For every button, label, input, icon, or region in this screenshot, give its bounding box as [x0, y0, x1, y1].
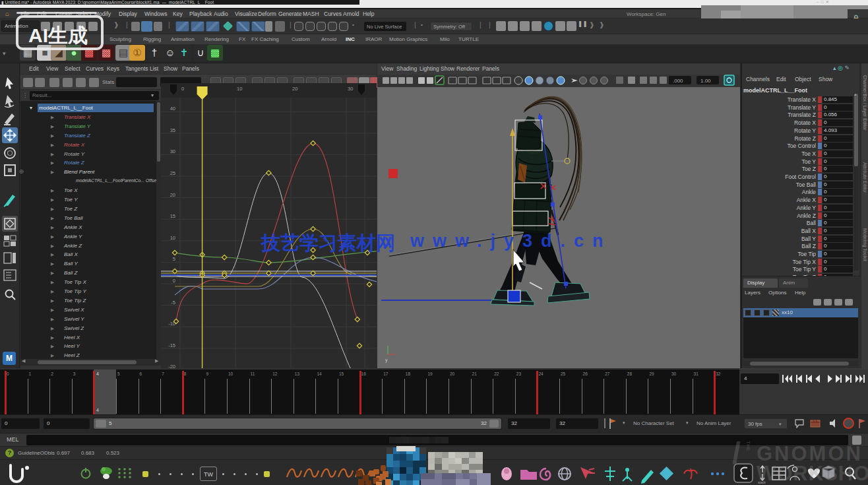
svg-text:25: 25: [170, 170, 175, 176]
svg-text:Shading: Shading: [396, 65, 417, 72]
svg-text:1.00: 1.00: [700, 78, 711, 84]
svg-text:5: 5: [173, 256, 175, 262]
svg-text:10: 10: [237, 86, 242, 92]
svg-text:30: 30: [348, 86, 353, 92]
svg-text:Panels: Panels: [482, 65, 499, 72]
svg-text:Renderer: Renderer: [456, 65, 480, 72]
svg-text:0: 0: [173, 278, 175, 284]
svg-text:.000: .000: [673, 78, 683, 84]
svg-text:y: y: [385, 358, 388, 363]
svg-text:View: View: [381, 65, 394, 72]
svg-text:-15: -15: [168, 342, 175, 348]
svg-text:20: 20: [292, 86, 297, 92]
svg-text:0: 0: [181, 86, 184, 92]
svg-text:-5: -5: [171, 300, 175, 306]
svg-text:20: 20: [170, 192, 175, 198]
svg-text:30: 30: [170, 148, 175, 154]
svg-text:Lighting: Lighting: [419, 65, 439, 72]
svg-text:10: 10: [170, 235, 175, 241]
svg-text:40: 40: [170, 106, 175, 112]
svg-text:15: 15: [170, 213, 175, 219]
svg-text:-20: -20: [168, 364, 175, 368]
svg-text:Show: Show: [441, 65, 455, 72]
svg-text:35: 35: [170, 127, 175, 133]
